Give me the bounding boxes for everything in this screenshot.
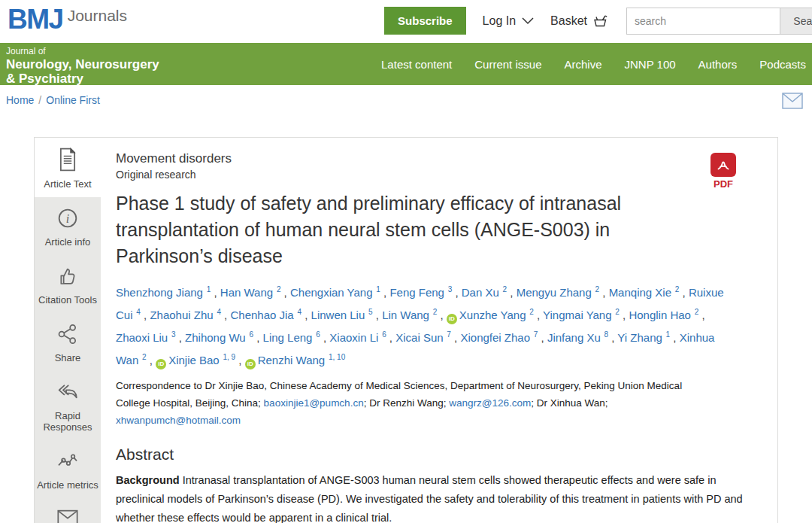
author-affiliation-sup: 1, 9: [221, 353, 235, 361]
author-link[interactable]: Ling Leng: [263, 331, 313, 344]
pdf-download-button[interactable]: PDF: [710, 153, 736, 190]
author-link[interactable]: Dan Xu: [462, 286, 499, 299]
author-affiliation-sup: 6: [380, 330, 386, 339]
email-link[interactable]: wangrz@126.com: [449, 397, 531, 409]
abstract-heading: Abstract: [116, 445, 743, 464]
author-affiliation-sup: 2: [593, 285, 599, 293]
share-icon: [56, 322, 80, 349]
author-affiliation-sup: 1: [664, 330, 670, 339]
sidebar-item-label: Citation Tools: [38, 294, 97, 306]
orcid-icon[interactable]: iD: [447, 314, 457, 324]
author-affiliation-sup: 1: [374, 285, 380, 293]
author-affiliation-sup: 4: [215, 308, 221, 316]
author-affiliation-sup: 3: [169, 330, 175, 339]
author-link[interactable]: Jinfang Xu: [547, 331, 601, 344]
article-text-icon: [56, 147, 80, 175]
nav-current-issue[interactable]: Current issue: [474, 58, 541, 71]
journal-kicker: Journal of: [6, 46, 159, 57]
subscribe-button[interactable]: Subscribe: [384, 7, 466, 35]
search-input[interactable]: [626, 8, 780, 35]
author-link[interactable]: Xicai Sun: [395, 331, 443, 344]
breadcrumb: Home/Online First: [6, 94, 100, 106]
breadcrumb-bar: Home/Online First: [0, 85, 812, 117]
author-affiliation-sup: 1, 10: [326, 353, 345, 361]
author-affiliation-sup: 8: [602, 330, 608, 339]
sidebar-item-alerts[interactable]: Alerts: [35, 498, 101, 523]
author-affiliation-sup: 4: [295, 308, 301, 316]
sidebar-item-citation-tools[interactable]: Citation Tools: [35, 255, 101, 313]
author-link[interactable]: Xunzhe Yang: [459, 309, 526, 321]
sidebar-item-article-text[interactable]: Article Text: [35, 138, 101, 197]
orcid-icon[interactable]: iD: [156, 359, 166, 369]
breadcrumb-online-first[interactable]: Online First: [46, 94, 100, 106]
reply-arrows-icon: [56, 380, 80, 407]
author-affiliation-sup: 7: [532, 330, 538, 339]
nav-podcasts[interactable]: Podcasts: [759, 58, 806, 71]
breadcrumb-home[interactable]: Home: [6, 94, 34, 106]
sidebar-item-share[interactable]: Share: [35, 313, 101, 371]
article-title: Phase 1 study of safety and preliminary …: [116, 190, 642, 269]
author-link[interactable]: Manqing Xie: [609, 286, 671, 299]
author-link[interactable]: Zhihong Wu: [185, 331, 246, 344]
author-link[interactable]: Zhaohui Zhu: [150, 309, 213, 321]
journal-title-line2: & Psychiatry: [6, 71, 159, 86]
login-button[interactable]: Log In: [483, 14, 534, 28]
nav-latest-content[interactable]: Latest content: [381, 58, 452, 71]
correspondence: Correspondence to Dr Xinjie Bao, Chinese…: [116, 377, 717, 429]
journal-nav: Latest content Current issue Archive JNN…: [381, 43, 806, 85]
abstract-background: Background Intranasal transplantation of…: [116, 471, 743, 523]
login-label: Log In: [483, 14, 516, 28]
author-affiliation-sup: 6: [247, 330, 253, 339]
author-link[interactable]: Chengxian Yang: [290, 286, 373, 299]
nav-jnnp-100[interactable]: JNNP 100: [625, 58, 676, 71]
thumbs-up-icon: [56, 264, 80, 291]
basket-button[interactable]: Basket: [550, 13, 610, 29]
author-link[interactable]: Han Wang: [220, 286, 273, 299]
search-group: Search: [626, 8, 812, 35]
site-header: BMJ Journals Subscribe Log In Basket Sea…: [0, 0, 812, 43]
author-link[interactable]: Feng Feng: [389, 286, 444, 299]
chevron-down-icon: [522, 17, 534, 25]
author-link[interactable]: Xiongfei Zhao: [460, 331, 530, 344]
author-affiliation-sup: 1: [205, 285, 211, 293]
nav-authors[interactable]: Authors: [698, 58, 738, 71]
sidebar-item-rapid-responses[interactable]: Rapid Responses: [35, 371, 101, 440]
abstract-background-label: Background: [116, 474, 180, 486]
author-link[interactable]: Linwen Liu: [311, 309, 365, 321]
breadcrumb-separator: /: [38, 94, 41, 106]
author-link[interactable]: Xiaoxin Li: [329, 331, 378, 344]
author-link[interactable]: Mengyu Zhang: [517, 286, 592, 299]
sidebar-item-article-metrics[interactable]: Article metrics: [35, 440, 101, 498]
pdf-icon: [710, 153, 736, 177]
author-affiliation-sup: 2: [673, 285, 679, 293]
author-link[interactable]: Honglin Hao: [629, 309, 691, 321]
email-page-icon[interactable]: [782, 93, 803, 112]
author-link[interactable]: Yi Zhang: [617, 331, 662, 344]
author-link[interactable]: Lin Wang: [382, 309, 429, 321]
email-link[interactable]: xhwanpumch@hotmail.com: [116, 415, 241, 426]
journal-identity[interactable]: Journal of Neurology, Neurosurgery & Psy…: [6, 46, 159, 86]
author-affiliation-sup: 4: [135, 308, 141, 316]
author-affiliation-sup: 2: [140, 353, 146, 361]
search-button[interactable]: Search: [780, 8, 812, 35]
author-affiliation-sup: 2: [431, 308, 437, 316]
author-link[interactable]: Zhaoxi Liu: [116, 331, 168, 344]
orcid-icon[interactable]: iD: [245, 359, 256, 369]
author-link[interactable]: Renzhi Wang: [258, 354, 326, 366]
journal-title-line1: Neurology, Neurosurgery: [6, 57, 159, 71]
email-link[interactable]: baoxinjie1@pumch.cn: [264, 397, 364, 409]
pdf-label: PDF: [714, 178, 733, 190]
author-link[interactable]: Shenzhong Jiang: [116, 286, 203, 299]
author-affiliation-sup: 2: [614, 308, 620, 316]
author-link[interactable]: Xinjie Bao: [168, 354, 220, 366]
article-sidebar: Article Text i Article info Citation Too…: [35, 138, 101, 523]
author-link[interactable]: Yingmai Yang: [543, 309, 611, 321]
bmj-logo[interactable]: BMJ Journals: [8, 5, 127, 35]
sidebar-group: i Article info Citation Tools Share: [35, 197, 101, 523]
author-affiliation-sup: 2: [274, 285, 280, 293]
author-link[interactable]: Chenhao Jia: [230, 309, 293, 321]
author-affiliation-sup: 5: [366, 308, 372, 316]
sidebar-item-article-info[interactable]: i Article info: [35, 197, 101, 255]
author-affiliation-sup: 2: [528, 308, 534, 316]
nav-archive[interactable]: Archive: [564, 58, 601, 71]
